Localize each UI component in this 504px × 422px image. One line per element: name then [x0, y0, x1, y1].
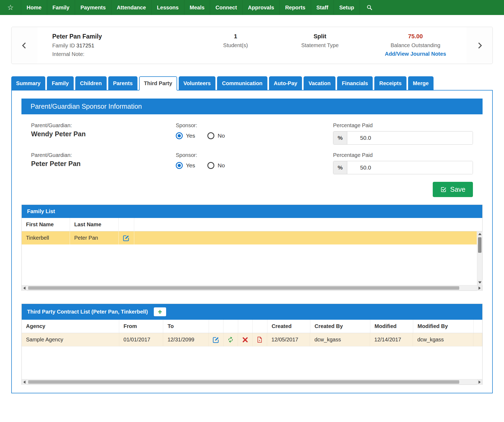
family-name: Peter Pan Family [52, 33, 195, 40]
parent-2-name: Peter Peter Pan [31, 160, 176, 168]
tab-auto-pay[interactable]: Auto-Pay [269, 76, 302, 91]
family-list-row[interactable]: Tinkerbell Peter Pan [22, 231, 477, 244]
contract-pdf-button[interactable] [256, 336, 263, 343]
delete-contract-button[interactable] [242, 337, 248, 343]
family-list-panel: Family List First Name Last Name Tinkerb… [21, 205, 483, 291]
refresh-contract-button[interactable] [227, 336, 234, 343]
tab-family[interactable]: Family [47, 76, 73, 91]
previous-family-button[interactable] [12, 27, 37, 64]
family-id-line: Family ID 317251 [52, 43, 195, 49]
nav-item-reports[interactable]: Reports [280, 0, 311, 15]
sponsor-1-yes-radio[interactable] [176, 132, 183, 139]
family-id-label: Family ID [52, 43, 75, 48]
tab-third-party[interactable]: Third Party [139, 76, 177, 91]
cell-agency: Sample Agency [22, 333, 119, 346]
contract-row[interactable]: Sample Agency 01/01/2017 12/31/2099 [22, 333, 482, 346]
students-count: 1 [234, 33, 237, 40]
nav-item-lessons[interactable]: Lessons [152, 0, 184, 15]
sponsor-2-no-radio[interactable] [207, 162, 214, 169]
family-list-vertical-scrollbar [477, 231, 482, 285]
cell-to-date: 12/31/2099 [163, 333, 209, 346]
tab-communication[interactable]: Communication [217, 76, 267, 91]
sponsor-panel-title: Parent/Guardian Sponsor Information [21, 99, 483, 114]
contract-list-title: Third Party Contract List (Peter Pan, Ti… [27, 309, 148, 315]
nav-item-staff[interactable]: Staff [311, 0, 334, 15]
percentage-2-input[interactable] [347, 161, 473, 174]
scroll-left-button[interactable] [22, 379, 27, 385]
tab-financials[interactable]: Financials [337, 76, 373, 91]
add-contract-button[interactable]: + [154, 307, 166, 316]
save-button-label: Save [450, 186, 465, 193]
tab-merge[interactable]: Merge [408, 76, 434, 91]
favorites-star-icon[interactable]: ☆ [0, 0, 21, 15]
students-block: 1 Student(s) [195, 33, 276, 57]
sponsor-row-2: Parent/Guardian: Peter Peter Pan Sponsor… [31, 152, 473, 174]
journal-notes-link[interactable]: Add/View Journal Notes [385, 51, 446, 57]
cell-created-by: dcw_kgass [310, 333, 370, 346]
internal-note-label: Internal Note: [52, 51, 195, 57]
search-icon[interactable] [360, 0, 379, 15]
percentage-1-block: Percentage Paid % [333, 122, 473, 145]
balance-outstanding-label: Balance Outstanding [391, 42, 440, 48]
x-icon [242, 337, 248, 343]
percent-icon: % [333, 161, 347, 174]
scroll-down-button[interactable] [477, 280, 483, 285]
scroll-right-button[interactable] [477, 285, 482, 291]
vertical-scroll-thumb[interactable] [478, 237, 481, 253]
nav-item-home[interactable]: Home [21, 0, 47, 15]
contract-list-header-row: Agency From To Created Created By Modifi… [22, 320, 482, 333]
nav-item-payments[interactable]: Payments [75, 0, 111, 15]
percentage-1-input[interactable] [347, 131, 473, 144]
nav-item-family[interactable]: Family [47, 0, 75, 15]
top-nav: ☆ Home Family Payments Attendance Lesson… [0, 0, 504, 15]
tab-vacation[interactable]: Vacation [304, 76, 335, 91]
parent-1-name: Wendy Peter Pan [31, 130, 176, 138]
tab-summary[interactable]: Summary [11, 76, 45, 91]
contract-list-empty-area [22, 346, 482, 379]
sponsor-1-no-radio[interactable] [207, 132, 214, 139]
tab-volunteers[interactable]: Volunteers [179, 76, 216, 91]
family-header-card: Peter Pan Family Family ID 317251 Intern… [11, 27, 493, 64]
statement-type-label: Statement Type [301, 42, 339, 48]
percentage-2-block: Percentage Paid % [333, 152, 473, 174]
nav-item-setup[interactable]: Setup [334, 0, 360, 15]
students-label: Student(s) [223, 42, 248, 48]
edit-family-member-button[interactable] [123, 234, 130, 242]
sponsor-1-block: Sponsor: Yes No [176, 122, 304, 145]
scroll-right-button[interactable] [477, 379, 482, 385]
nav-item-attendance[interactable]: Attendance [111, 0, 152, 15]
sponsor-2-block: Sponsor: Yes No [176, 152, 304, 174]
scroll-up-button[interactable] [477, 231, 483, 237]
nav-item-approvals[interactable]: Approvals [242, 0, 280, 15]
horizontal-scroll-thumb[interactable] [28, 380, 459, 384]
cell-last-name: Peter Pan [70, 231, 119, 244]
tab-children[interactable]: Children [75, 76, 107, 91]
main-content: Peter Pan Family Family ID 317251 Intern… [0, 27, 504, 393]
column-header-to: To [163, 320, 209, 333]
tab-receipts[interactable]: Receipts [374, 76, 406, 91]
cell-modified: 12/14/2017 [370, 333, 413, 346]
sponsor-1-yes-label: Yes [186, 133, 195, 139]
family-tabs: Summary Family Children Parents Third Pa… [11, 76, 493, 91]
tab-parents[interactable]: Parents [108, 76, 137, 91]
balance-outstanding-value: 75.00 [408, 33, 423, 40]
sponsor-2-yes-radio[interactable] [176, 162, 183, 169]
scroll-left-button[interactable] [22, 285, 27, 291]
family-identity: Peter Pan Family Family ID 317251 Intern… [37, 33, 195, 57]
family-list-horizontal-scrollbar [22, 285, 482, 291]
nav-item-connect[interactable]: Connect [210, 0, 242, 15]
edit-pencil-icon [123, 234, 130, 242]
cell-created: 12/05/2017 [267, 333, 310, 346]
cell-modified-by: dcw_kgass [413, 333, 473, 346]
next-family-button[interactable] [467, 27, 492, 64]
nav-item-meals[interactable]: Meals [184, 0, 210, 15]
horizontal-scroll-thumb[interactable] [28, 286, 459, 290]
statement-type-value: Split [313, 33, 326, 40]
third-party-contract-panel: Third Party Contract List (Peter Pan, Ti… [21, 304, 483, 385]
family-list-empty-area [22, 244, 477, 285]
family-list-header-row: First Name Last Name [22, 218, 482, 231]
edit-contract-button[interactable] [212, 336, 220, 343]
save-button[interactable]: Save [433, 182, 473, 197]
pdf-file-icon [256, 336, 263, 343]
parent-label: Parent/Guardian: [31, 122, 176, 129]
